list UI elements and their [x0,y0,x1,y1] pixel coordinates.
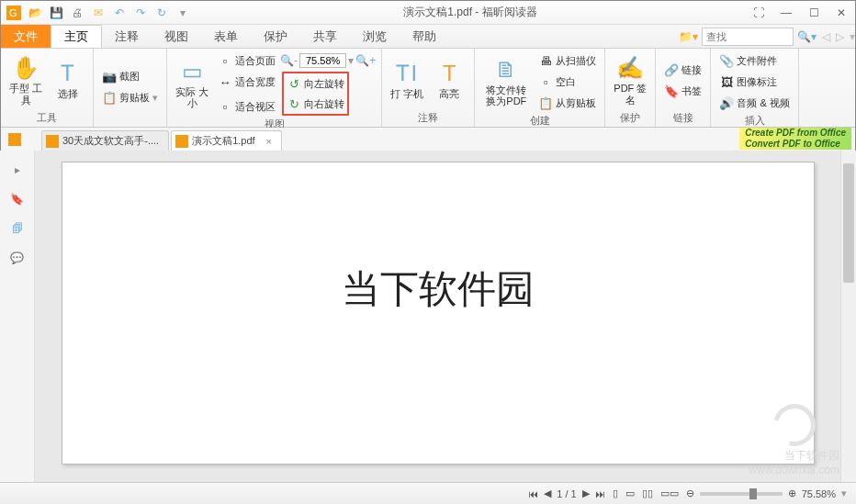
comments-panel-icon[interactable]: 💬 [7,248,28,268]
view-mode-single-icon[interactable]: ▭ [625,487,635,499]
rotate-right-button[interactable]: ↻向右旋转 [284,94,347,114]
search-icon[interactable]: 🔍▾ [797,30,817,43]
media-icon: 🔊 [719,95,734,110]
tab-close-icon[interactable]: × [266,136,272,147]
convert-icon: 🗎 [493,57,519,83]
qat-cursor-icon[interactable]: ↻ [152,4,171,22]
text-select-icon: Ꭲ [55,61,81,86]
window-title: 演示文稿1.pdf - 福昕阅读器 [192,5,749,20]
pdf-page: 当下软件园 [62,162,815,465]
qat-email-icon[interactable]: ✉ [89,4,107,22]
tab-form[interactable]: 表单 [201,25,251,48]
search-folder-icon[interactable]: 📁▾ [679,30,698,43]
camera-icon: 📷 [102,70,117,84]
zoom-percent-status[interactable]: 75.58% [802,488,836,499]
pages-panel-icon[interactable]: 🗐 [7,218,28,239]
close-icon[interactable]: ✕ [831,5,851,21]
nav-menu-icon[interactable]: ▾ [850,30,855,43]
file-menu-button[interactable]: 文件 [1,25,51,48]
title-bar: G 📂 💾 🖨 ✉ ↶ ↷ ↻ ▾ 演示文稿1.pdf - 福昕阅读器 ⛶ ― … [1,1,855,25]
content-area: ▸ 🔖 🗐 💬 当下软件园 [0,151,856,482]
convert-button[interactable]: 🗎将文件转 换为PDF [480,50,532,113]
ribbon: ✋手型 工具 Ꭲ选择 工具 📷截图 📋剪贴板▾ ▭实际 大小 ▫适合页面 🔍- … [1,49,855,128]
group-label-comment: 注释 [388,110,468,125]
fit-width-button[interactable]: ↔适合宽度 [215,72,278,92]
document-tab-active[interactable]: 演示文稿1.pdf× [171,130,282,151]
highlight-button[interactable]: T高亮 [430,50,468,110]
tab-help[interactable]: 帮助 [400,25,449,48]
view-mode-cover-icon[interactable]: ▭▭ [660,487,679,499]
page-indicator[interactable]: 1 / 1 [557,488,576,499]
qat-print-icon[interactable]: 🖨 [68,4,86,22]
rotate-left-icon: ↺ [287,76,301,91]
hand-tool-button[interactable]: ✋手型 工具 [6,50,45,110]
scrollbar-thumb[interactable] [843,163,854,283]
blank-pdf-button[interactable]: ▫空白 [535,72,599,92]
from-clipboard-button[interactable]: 📋从剪贴板 [535,93,599,113]
attach-button[interactable]: 📎文件附件 [716,50,792,71]
last-page-icon[interactable]: ⏭ [595,488,605,499]
zoom-slider[interactable] [700,492,783,496]
from-scanner-button[interactable]: 🖶从扫描仪 [535,50,599,71]
image-icon: 🖼 [719,74,734,89]
qat-open-icon[interactable]: 📂 [26,4,44,22]
signature-icon: ✍ [617,55,643,81]
fit-width-icon: ↔ [218,74,232,89]
document-tab[interactable]: 30天成文软文高手-.... [41,130,169,151]
zoom-value[interactable]: 75.58% [299,53,346,68]
group-label-protect: 保护 [611,110,649,125]
maximize-icon[interactable]: ☐ [804,5,824,21]
rotate-left-button[interactable]: ↺向左旋转 [284,73,347,94]
search-input[interactable] [702,28,794,46]
tab-protect[interactable]: 保护 [251,25,300,48]
minimize-icon[interactable]: ― [776,5,796,21]
tab-share[interactable]: 共享 [300,25,350,48]
actual-size-button[interactable]: ▭实际 大小 [173,50,211,117]
pdf-sign-button[interactable]: ✍PDF 签名 [611,50,649,110]
promo-banner[interactable]: Create PDF from OfficeConvert PDF to Off… [739,128,851,150]
fit-visible-button[interactable]: ▫适合视区 [215,96,290,117]
tab-home[interactable]: 主页 [51,25,102,48]
qat-dropdown-icon[interactable]: ▾ [174,4,192,22]
zoom-slider-knob[interactable] [749,488,757,499]
tab-browse[interactable]: 浏览 [350,25,400,48]
image-annot-button[interactable]: 🖼图像标注 [716,72,792,92]
typewriter-button[interactable]: ᎢI打 字机 [388,50,426,110]
snapshot-button[interactable]: 📷截图 [99,67,161,87]
view-mode-continuous-icon[interactable]: ▯ [613,487,618,499]
zoom-in-status-icon[interactable]: ⊕ [788,487,796,499]
media-button[interactable]: 🔊音频 & 视频 [716,93,792,113]
qat-save-icon[interactable]: 💾 [47,4,65,22]
select-tool-button[interactable]: Ꭲ选择 [49,50,87,110]
vertical-scrollbar[interactable] [840,151,856,482]
view-mode-facing-icon[interactable]: ▯▯ [642,487,653,499]
clipboard-button[interactable]: 📋剪贴板▾ [99,88,161,108]
first-page-icon[interactable]: ⏮ [528,488,538,499]
pdf-icon [46,135,59,148]
prev-page-icon[interactable]: ◀ [544,487,551,499]
bookmark-button[interactable]: 🔖书签 [661,81,704,101]
link-icon: 🔗 [664,62,679,77]
zoom-out-status-icon[interactable]: ⊖ [686,487,694,499]
ribbon-collapse-icon[interactable]: ⛶ [749,5,769,21]
sidepanel-collapse-icon[interactable]: ▸ [7,160,28,180]
tab-view[interactable]: 视图 [152,25,201,48]
next-page-icon[interactable]: ▶ [582,487,590,499]
qat-undo-icon[interactable]: ↶ [110,4,129,22]
group-label-tools: 工具 [6,110,87,125]
attachment-icon: 📎 [719,53,734,68]
scanner-icon: 🖶 [538,53,553,68]
qat-redo-icon[interactable]: ↷ [131,4,150,22]
tab-comment[interactable]: 注释 [102,25,152,48]
menu-bar: 文件 主页 注释 视图 表单 保护 共享 浏览 帮助 📁▾ 🔍▾ ◁ ▷ ▾ [1,25,855,49]
fit-page-button[interactable]: ▫适合页面 [215,50,278,71]
from-clipboard-icon: 📋 [538,95,553,110]
zoom-in-icon[interactable]: 🔍+ [355,54,376,67]
document-viewer[interactable]: 当下软件园 [35,151,840,482]
bookmarks-panel-icon[interactable]: 🔖 [7,189,28,209]
link-button[interactable]: 🔗链接 [661,60,704,80]
nav-back-icon[interactable]: ◁ [822,30,830,43]
page-text: 当下软件园 [342,263,535,464]
nav-forward-icon[interactable]: ▷ [836,30,844,43]
zoom-out-icon[interactable]: 🔍- [280,54,298,67]
